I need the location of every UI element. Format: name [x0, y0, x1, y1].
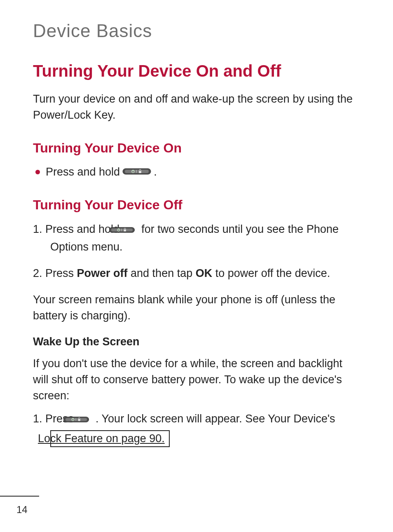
wake-intro: If you don't use the device for a while,… — [33, 356, 360, 404]
intro-text: Turn your device on and off and wake-up … — [33, 91, 360, 123]
turning-on-heading: Turning Your Device On — [33, 141, 360, 156]
svg-rect-13 — [65, 418, 87, 421]
bullet-text-before: Press and hold — [46, 164, 120, 180]
bullet-icon — [35, 170, 40, 174]
power-lock-key-icon — [122, 164, 151, 180]
step2-mid: and then tap — [128, 267, 196, 279]
manual-page: Device Basics Turning Your Device On and… — [0, 0, 393, 532]
page-number: 14 — [16, 504, 28, 516]
step2-bold2: OK — [196, 267, 213, 279]
wake-step1-after: . Your lock screen will appear. See Your… — [96, 412, 335, 425]
step2-prefix: 2. Press — [33, 267, 77, 279]
svg-rect-5 — [139, 171, 141, 173]
step2-bold1: Power off — [77, 267, 128, 279]
svg-rect-1 — [125, 170, 149, 173]
power-lock-key-icon — [80, 411, 90, 428]
list-item: Press and hold . — [33, 164, 360, 180]
section-title: Device Basics — [33, 21, 360, 41]
wake-subhead: Wake Up the Screen — [33, 335, 360, 348]
turning-off-heading: Turning Your Device Off — [33, 197, 360, 213]
list-item: 1. Press and hold for two seconds until … — [33, 221, 360, 255]
svg-rect-17 — [78, 419, 80, 421]
step2-suffix: to power off the device. — [212, 267, 330, 279]
list-item: 2. Press Power off and then tap OK to po… — [33, 265, 360, 282]
cross-reference-link[interactable]: Lock Feature on page 90. — [50, 430, 170, 447]
page-title: Turning Your Device On and Off — [33, 62, 360, 80]
list-item: 1. Press . Your lock screen will appear.… — [33, 410, 360, 447]
bullet-text-after: . — [154, 164, 157, 180]
off-note: Your screen remains blank while your pho… — [33, 292, 360, 324]
footer-rule — [0, 496, 39, 497]
svg-rect-7 — [111, 228, 133, 231]
power-lock-key-icon — [125, 222, 136, 239]
svg-rect-11 — [124, 230, 126, 232]
